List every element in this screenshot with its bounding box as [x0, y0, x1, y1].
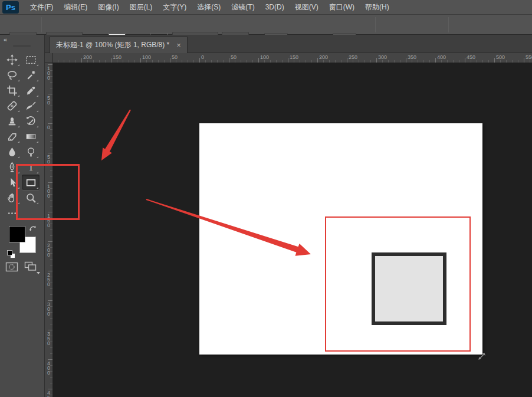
flyout-indicator	[37, 95, 38, 97]
vertical-ruler[interactable]: 1 0 05 005 01 0 01 5 02 0 02 5 03 0 03 5…	[45, 63, 53, 397]
flyout-indicator	[18, 80, 19, 81]
resize-cursor-icon	[478, 352, 486, 363]
eraser-tool[interactable]	[3, 129, 21, 144]
menu-bar: Ps 文件(F)编辑(E)图像(I)图层(L)文字(Y)选择(S)滤镜(T)3D…	[0, 0, 532, 15]
healing-brush-tool[interactable]	[3, 98, 21, 113]
collapse-panel-button[interactable]: «	[4, 36, 6, 43]
menu-item-文字[interactable]: 文字(Y)	[157, 0, 192, 14]
crop-tool[interactable]	[3, 83, 21, 98]
document-tab-title: 未标题-1 @ 100% (矩形 1, RGB/8) *	[56, 40, 169, 50]
flyout-indicator	[18, 64, 19, 66]
flyout-indicator	[37, 141, 38, 143]
menu-item-视图[interactable]: 视图(V)	[290, 0, 324, 14]
path-selection-tool[interactable]	[3, 175, 21, 190]
menu-item-图像[interactable]: 图像(I)	[93, 0, 124, 14]
flyout-indicator	[37, 80, 38, 81]
separator	[41, 17, 42, 32]
swap-colors-button[interactable]	[28, 224, 37, 234]
menu-items: 文件(F)编辑(E)图像(I)图层(L)文字(Y)选择(S)滤镜(T)3D(D)…	[25, 0, 395, 14]
zoom-tool[interactable]	[22, 190, 40, 205]
ruler-corner[interactable]	[45, 53, 53, 63]
flyout-indicator	[18, 110, 19, 112]
tools-panel: « T	[0, 35, 45, 397]
pen-tool[interactable]	[3, 159, 21, 175]
menu-item-窗口[interactable]: 窗口(W)	[324, 0, 360, 14]
menu-item-选择[interactable]: 选择(S)	[192, 0, 226, 14]
history-brush-tool[interactable]	[22, 113, 40, 129]
screen-mode-button[interactable]	[24, 261, 37, 274]
photoshop-window: Ps 文件(F)编辑(E)图像(I)图层(L)文字(Y)选择(S)滤镜(T)3D…	[0, 0, 532, 397]
type-tool[interactable]: T	[22, 159, 40, 175]
menu-item-文件[interactable]: 文件(F)	[25, 0, 58, 14]
chevron-down-icon	[37, 272, 40, 274]
dodge-tool[interactable]	[22, 144, 40, 159]
move-tool[interactable]	[3, 52, 21, 67]
flyout-indicator	[18, 187, 19, 189]
menu-item-滤镜[interactable]: 滤镜(T)	[226, 0, 260, 14]
blur-tool[interactable]	[3, 144, 21, 159]
default-colors-button[interactable]	[7, 250, 12, 255]
eyedropper-tool[interactable]	[22, 83, 40, 98]
flyout-indicator	[37, 172, 38, 173]
flyout-indicator	[37, 156, 38, 158]
quick-mask-icon	[5, 261, 18, 273]
edit-toolbar-ellipsis[interactable]	[3, 205, 21, 221]
flyout-indicator	[18, 202, 19, 204]
menu-item-图层[interactable]: 图层(L)	[124, 0, 158, 14]
flyout-indicator	[37, 110, 38, 112]
foreground-color-swatch[interactable]	[9, 226, 25, 242]
flyout-indicator	[37, 187, 38, 189]
lasso-tool[interactable]	[3, 67, 21, 83]
clone-stamp-tool[interactable]	[3, 113, 21, 129]
flyout-indicator	[37, 126, 38, 127]
flyout-indicator	[18, 156, 19, 158]
menu-item-3D[interactable]: 3D(D)	[260, 0, 290, 14]
screen-mode-icon	[24, 261, 37, 272]
brush-tool[interactable]	[22, 98, 40, 113]
flyout-indicator	[37, 202, 38, 204]
flyout-indicator	[18, 218, 19, 219]
photoshop-logo: Ps	[2, 1, 19, 14]
flyout-indicator	[37, 64, 38, 66]
marquee-tool[interactable]	[22, 52, 40, 67]
gradient-tool[interactable]	[22, 129, 40, 144]
quick-selection-tool[interactable]	[22, 67, 40, 83]
document-tab-bar: 未标题-1 @ 100% (矩形 1, RGB/8) * ×	[45, 35, 532, 53]
horizontal-ruler[interactable]: 2001501005005010015020025030035040045050…	[53, 53, 532, 63]
menu-item-编辑[interactable]: 编辑(E)	[58, 0, 93, 14]
separator	[375, 17, 376, 32]
quick-mask-button[interactable]	[5, 261, 18, 275]
tool-options-bar: 形状 填充: 描边: 5 像素 W: 125 像素 H	[0, 15, 532, 35]
svg-text:T: T	[28, 162, 34, 172]
menu-item-帮助[interactable]: 帮助(H)	[360, 0, 395, 14]
close-tab-button[interactable]: ×	[176, 42, 181, 49]
drawn-rectangle-shape	[372, 252, 446, 325]
rectangle-tool[interactable]	[22, 175, 40, 190]
document-tab[interactable]: 未标题-1 @ 100% (矩形 1, RGB/8) * ×	[50, 37, 188, 53]
swap-arrows-icon	[28, 224, 37, 232]
flyout-indicator	[18, 172, 19, 173]
flyout-indicator	[18, 126, 19, 127]
separator	[448, 17, 449, 32]
hand-tool[interactable]	[3, 190, 21, 205]
panel-grip[interactable]	[13, 45, 31, 47]
flyout-indicator	[18, 95, 19, 97]
flyout-indicator	[18, 141, 19, 143]
